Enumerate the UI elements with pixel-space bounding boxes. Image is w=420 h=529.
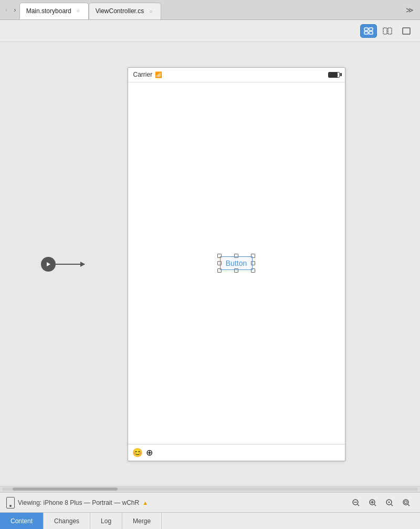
- iphone-content[interactable]: Button: [128, 82, 345, 444]
- tab-overflow-btn[interactable]: ≫: [402, 5, 418, 15]
- zoom-out-btn[interactable]: [349, 495, 363, 510]
- iphone-status-bar: Carrier 📶: [128, 68, 345, 82]
- status-left: Carrier 📶: [133, 71, 163, 78]
- svg-line-10: [358, 504, 359, 506]
- svg-rect-2: [364, 32, 368, 34]
- tab-log-label: Log: [101, 517, 111, 525]
- zoom-controls: [349, 495, 414, 510]
- wifi-icon: 📶: [155, 71, 162, 78]
- tab-label: Main.storyboard: [26, 7, 71, 15]
- bottom-status-bar: Viewing: iPhone 8 Plus — Portrait — wChR…: [0, 492, 420, 512]
- tab-content-label: Content: [10, 517, 33, 525]
- zoom-fit-btn[interactable]: [382, 495, 397, 510]
- tab-back-btn[interactable]: ‹: [2, 5, 10, 15]
- tab-main-storyboard[interactable]: Main.storyboard ○: [19, 3, 89, 19]
- button-text: Button: [226, 259, 247, 267]
- toolbar: [0, 20, 420, 42]
- tab-forward-btn[interactable]: ›: [10, 5, 19, 15]
- view-canvas-btn[interactable]: [360, 24, 377, 38]
- status-right: [328, 72, 340, 78]
- carrier-label: Carrier: [133, 71, 153, 78]
- scrollbar-track: [2, 487, 418, 491]
- svg-marker-7: [47, 262, 50, 266]
- main-area: Carrier 📶: [0, 42, 420, 512]
- bottom-tabs: Content Changes Log Merge: [0, 512, 420, 529]
- tab-content[interactable]: Content: [0, 513, 44, 529]
- warning-icon[interactable]: ▲: [142, 500, 148, 506]
- svg-rect-6: [403, 28, 410, 34]
- tab-close-btn[interactable]: ○: [147, 7, 154, 15]
- svg-rect-4: [383, 28, 387, 34]
- svg-line-14: [374, 504, 376, 506]
- svg-point-17: [388, 501, 390, 503]
- svg-rect-3: [369, 32, 373, 34]
- view-layout-btn[interactable]: [398, 24, 415, 38]
- entry-circle: [41, 257, 56, 272]
- canvas-area[interactable]: Carrier 📶: [0, 42, 420, 486]
- svg-rect-1: [369, 28, 373, 30]
- tab-changes[interactable]: Changes: [44, 513, 90, 529]
- svg-point-20: [405, 501, 407, 503]
- svg-point-18: [403, 500, 408, 505]
- button-container[interactable]: Button: [220, 256, 253, 270]
- scrollbar-thumb[interactable]: [13, 487, 118, 491]
- iphone-bottom-bar: 😊 ⊕: [128, 444, 345, 461]
- tab-merge-label: Merge: [133, 517, 151, 525]
- tab-close-btn[interactable]: ○: [75, 7, 82, 15]
- view-assistant-btn[interactable]: [379, 24, 396, 38]
- emoji-icon[interactable]: 😊: [132, 448, 143, 458]
- viewing-label: Viewing: iPhone 8 Plus — Portrait — wChR: [18, 499, 139, 506]
- battery-icon: [328, 72, 340, 78]
- zoom-reset-btn[interactable]: [399, 495, 414, 510]
- svg-line-19: [408, 504, 410, 506]
- tab-merge[interactable]: Merge: [122, 513, 162, 529]
- svg-rect-5: [388, 28, 392, 34]
- entry-line: [56, 264, 85, 265]
- storyboard-button-element[interactable]: Button: [220, 256, 253, 270]
- tab-bar: ‹ › Main.storyboard ○ ViewController.cs …: [0, 0, 420, 20]
- zoom-in-btn[interactable]: [365, 495, 380, 510]
- add-icon[interactable]: ⊕: [146, 448, 153, 458]
- tab-label: ViewController.cs: [96, 7, 144, 15]
- svg-rect-0: [364, 28, 368, 30]
- iphone-frame: Carrier 📶: [128, 67, 345, 461]
- tab-viewcontroller[interactable]: ViewController.cs ○: [89, 3, 161, 19]
- tab-log[interactable]: Log: [90, 513, 122, 529]
- tab-changes-label: Changes: [54, 517, 79, 525]
- entry-arrow: [41, 257, 85, 272]
- device-icon: [6, 497, 15, 509]
- horizontal-scrollbar[interactable]: [0, 486, 420, 492]
- svg-line-16: [391, 504, 393, 506]
